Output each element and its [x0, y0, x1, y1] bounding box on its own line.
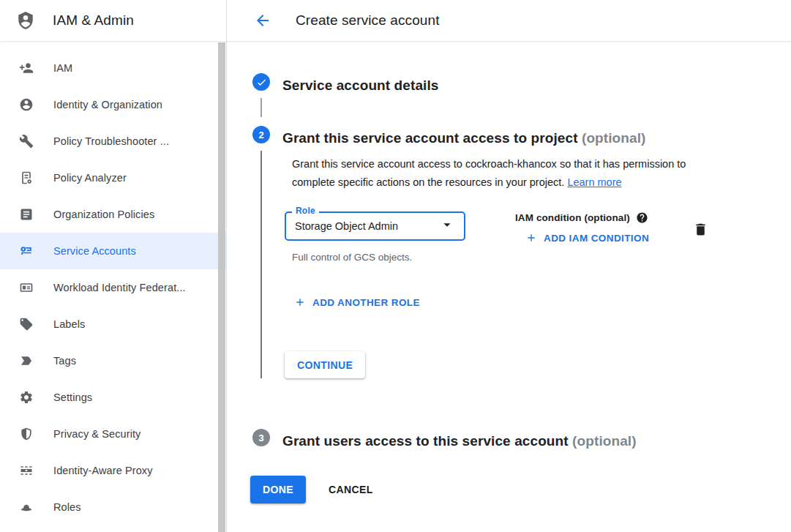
iam-condition-section: IAM condition (optional) ADD IAM CONDITI…: [515, 211, 655, 248]
sidebar-item-label: Privacy & Security: [53, 428, 140, 440]
label-arrow-icon: [19, 353, 34, 368]
sidebar-item-roles[interactable]: Roles: [0, 489, 226, 525]
plus-icon: [294, 296, 306, 308]
cancel-button[interactable]: CANCEL: [329, 484, 373, 495]
delete-role-button[interactable]: [691, 220, 710, 241]
sidebar-item-label: Identity & Organization: [53, 99, 162, 110]
service-accounts-icon: [19, 244, 34, 258]
back-button[interactable]: [253, 11, 272, 30]
gear-icon: [19, 390, 34, 405]
id-card-icon: [19, 280, 34, 295]
role-field-label: Role: [292, 206, 319, 216]
role-selected-value: Storage Object Admin: [295, 220, 398, 232]
sidebar-item-label: Workload Identity Federat...: [53, 282, 186, 293]
sidebar-item-label: Labels: [53, 318, 85, 330]
sidebar-item-label: Identity-Aware Proxy: [53, 465, 153, 476]
arrow-back-icon: [254, 12, 271, 29]
iam-condition-label: IAM condition (optional): [515, 212, 630, 223]
sidebar-item-label: Policy Troubleshooter ...: [53, 135, 169, 147]
sidebar-item-iam[interactable]: IAM: [0, 50, 226, 86]
step3-indicator: 3: [252, 429, 270, 446]
step-grant-access-to-project: 2 Grant this service account access to p…: [227, 126, 791, 396]
role-row: Role Storage Object Admin Full control o…: [285, 211, 716, 263]
sidebar-item-privacy-security[interactable]: Privacy & Security: [0, 416, 226, 452]
page-title: Create service account: [296, 12, 440, 29]
sidebar: IAM Identity & Organization Policy Troub…: [0, 41, 227, 532]
step3-optional-label: (optional): [572, 433, 637, 449]
learn-more-link[interactable]: Learn more: [567, 176, 621, 188]
sidebar-item-label: Tags: [53, 355, 76, 367]
proxy-icon: [19, 463, 34, 478]
check-icon: [256, 77, 267, 88]
iam-admin-shield-icon: [16, 10, 35, 31]
sidebar-item-label: Settings: [53, 391, 92, 403]
sidebar-item-identity-organization[interactable]: Identity & Organization: [0, 86, 226, 123]
step-connector: [260, 98, 262, 117]
sidebar-item-workload-identity-federation[interactable]: Workload Identity Federat...: [0, 269, 226, 306]
page-header: Create service account: [227, 0, 791, 41]
step1-title: Service account details: [282, 74, 439, 97]
sidebar-item-label: IAM: [53, 62, 72, 74]
sidebar-item-service-accounts[interactable]: Service Accounts: [0, 233, 226, 269]
role-helper-text: Full control of GCS objects.: [292, 252, 465, 263]
tag-icon: [19, 317, 34, 331]
sidebar-item-tags[interactable]: Tags: [0, 342, 226, 379]
step2-indicator: 2: [252, 126, 270, 143]
help-icon[interactable]: [636, 211, 648, 224]
sidebar-scrollbar[interactable]: [218, 42, 225, 532]
scrollbar-thumb[interactable]: [218, 42, 225, 532]
account-circle-icon: [19, 97, 34, 112]
step2-number: 2: [258, 130, 263, 141]
top-header: IAM & Admin Create service account: [0, 0, 791, 41]
wrench-icon: [19, 134, 34, 149]
sidebar-item-settings[interactable]: Settings: [0, 379, 226, 416]
step2-optional-label: (optional): [582, 130, 646, 146]
role-select[interactable]: Storage Object Admin: [285, 211, 465, 241]
step-connector: [260, 151, 262, 378]
step3-number: 3: [258, 432, 263, 443]
add-iam-condition-button[interactable]: ADD IAM CONDITION: [520, 228, 655, 248]
app-title: IAM & Admin: [53, 12, 134, 29]
article-icon: [19, 207, 34, 222]
done-button[interactable]: DONE: [250, 476, 306, 503]
step-service-account-details: Service account details: [227, 73, 791, 117]
sidebar-item-label: Organization Policies: [53, 209, 154, 220]
hat-icon: [19, 500, 34, 514]
continue-button[interactable]: CONTINUE: [285, 351, 365, 378]
sidebar-item-label: Policy Analyzer: [53, 172, 127, 184]
step3-title: Grant users access to this service accou…: [282, 430, 637, 452]
sidebar-item-label: Service Accounts: [53, 245, 136, 257]
step2-title: Grant this service account access to pro…: [282, 127, 656, 149]
app-header: IAM & Admin: [0, 0, 227, 41]
trash-icon: [693, 222, 708, 237]
step-grant-users-access: 3 Grant users access to this service acc…: [227, 429, 791, 452]
policy-analyzer-icon: [19, 171, 34, 185]
sidebar-item-organization-policies[interactable]: Organization Policies: [0, 196, 226, 233]
step2-description: Grant this service account access to coc…: [292, 155, 716, 192]
plus-icon: [525, 232, 537, 244]
sidebar-item-policy-analyzer[interactable]: Policy Analyzer: [0, 160, 226, 196]
sidebar-item-labels[interactable]: Labels: [0, 306, 226, 342]
sidebar-item-policy-troubleshooter[interactable]: Policy Troubleshooter ...: [0, 123, 226, 160]
form-actions: DONE CANCEL: [227, 476, 791, 503]
sidebar-item-identity-aware-proxy[interactable]: Identity-Aware Proxy: [0, 452, 226, 489]
main-content: Service account details 2 Grant this ser…: [227, 41, 791, 532]
person-add-icon: [19, 61, 34, 75]
shield-half-icon: [19, 427, 34, 441]
step1-completed-indicator: [252, 73, 270, 91]
add-another-role-button[interactable]: ADD ANOTHER ROLE: [288, 292, 426, 312]
sidebar-item-label: Roles: [53, 501, 81, 513]
chevron-down-icon: [439, 217, 455, 236]
